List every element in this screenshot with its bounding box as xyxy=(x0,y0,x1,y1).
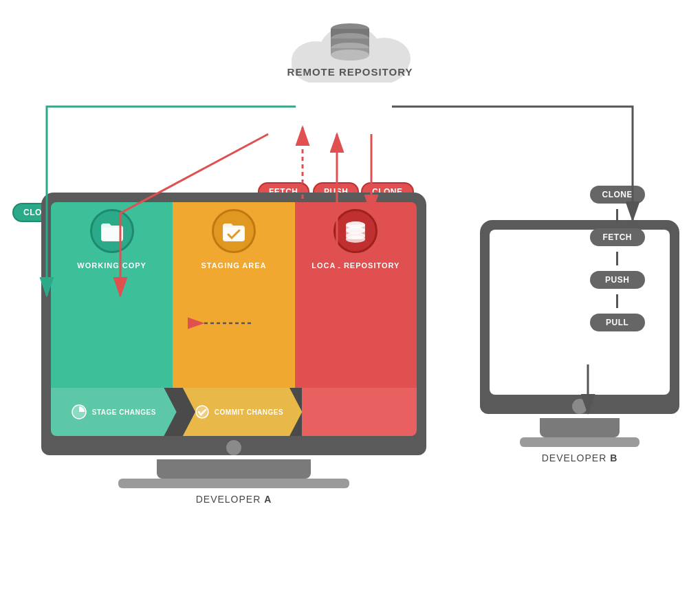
screen-actions: STAGE CHANGES COMMIT CHANGES xyxy=(51,388,417,436)
dev-b-pills: CLONE FETCH PUSH PULL xyxy=(590,186,646,331)
monitor-a-frame: WORKING COPY STAGING AREA xyxy=(41,193,426,455)
monitor-a-stand xyxy=(157,459,311,479)
working-copy-label: WORKING COPY xyxy=(73,259,151,272)
dev-b-connector-3 xyxy=(616,294,618,308)
stage-changes-action: STAGE CHANGES xyxy=(51,388,177,436)
remote-repository: REMOTE REPOSITORY xyxy=(274,7,426,83)
svg-rect-22 xyxy=(102,228,122,241)
developer-b-label: DEVELOPER B xyxy=(480,452,679,463)
local-repo-section: LOCAL REPOSITORY xyxy=(295,202,417,388)
dev-b-clone-pill: CLONE xyxy=(590,186,646,204)
staging-area-section: STAGING AREA xyxy=(173,202,294,388)
local-repo-label: LOCAL REPOSITORY xyxy=(307,259,404,272)
dev-b-connector-1 xyxy=(616,209,618,223)
monitor-b-button xyxy=(572,399,587,414)
staging-area-icon xyxy=(212,209,256,253)
screen-sections: WORKING COPY STAGING AREA xyxy=(51,202,417,388)
svg-point-30 xyxy=(346,236,365,243)
monitor-a-base xyxy=(118,479,349,488)
monitor-a-screen: WORKING COPY STAGING AREA xyxy=(51,202,417,436)
folder-icon xyxy=(100,221,124,241)
commit-changes-action: COMMIT CHANGES xyxy=(177,388,303,436)
dev-b-pull-pill: PULL xyxy=(590,314,645,331)
commit-changes-label: COMMIT CHANGES xyxy=(215,408,283,416)
working-copy-icon xyxy=(90,209,134,253)
monitor-b-stand xyxy=(540,418,620,437)
local-repo-icon xyxy=(333,209,378,253)
svg-point-21 xyxy=(331,50,369,61)
commit-icon xyxy=(195,405,209,419)
monitor-b-base xyxy=(520,437,639,447)
folder-check-icon xyxy=(221,221,246,241)
monitor-b-frame xyxy=(480,220,679,414)
working-copy-section: WORKING COPY xyxy=(51,202,173,388)
monitor-a-button xyxy=(226,440,241,455)
remote-repo-label: REMOTE REPOSITORY xyxy=(287,66,413,78)
monitor-b: DEVELOPER B xyxy=(480,220,679,463)
dev-b-push-pill: PUSH xyxy=(590,271,645,289)
svg-point-32 xyxy=(196,406,208,418)
staging-area-label: STAGING AREA xyxy=(197,259,270,272)
database-icon xyxy=(343,219,368,243)
dev-b-connector-2 xyxy=(616,252,618,265)
stage-icon xyxy=(72,404,87,419)
dev-b-fetch-pill: FETCH xyxy=(590,228,645,246)
svg-rect-23 xyxy=(223,228,244,241)
stage-changes-label: STAGE CHANGES xyxy=(92,408,156,416)
monitor-a: WORKING COPY STAGING AREA xyxy=(41,193,426,505)
diagram-container: REMOTE REPOSITORY CLONE PULL FETCH PUSH … xyxy=(0,0,700,590)
developer-a-label: DEVELOPER A xyxy=(41,494,426,505)
